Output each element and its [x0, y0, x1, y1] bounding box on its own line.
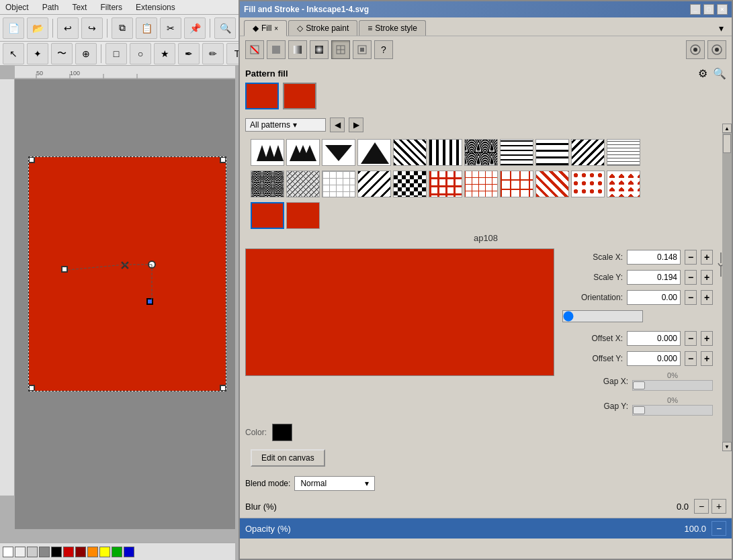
tab-stroke-style[interactable]: ≡ Stroke style: [359, 20, 426, 36]
blur-minus-btn[interactable]: −: [694, 499, 709, 514]
pattern-cell-art3[interactable]: [607, 171, 640, 197]
tab-fill[interactable]: ◆ Fill ×: [244, 20, 287, 36]
menu-item-object[interactable]: Object: [3, 3, 32, 12]
handle-blue-sq[interactable]: [146, 298, 153, 305]
fill-pattern-btn[interactable]: [331, 40, 350, 59]
pattern-cell-grid1[interactable]: [322, 171, 355, 197]
maximize-btn[interactable]: □: [703, 4, 714, 15]
paste2-btn[interactable]: 📌: [184, 17, 206, 39]
cross-handle[interactable]: ✕: [118, 259, 131, 273]
color-white[interactable]: [3, 547, 13, 557]
pattern-cell-widehoriz[interactable]: [535, 139, 569, 166]
handle-br[interactable]: [220, 385, 226, 391]
cut-btn[interactable]: ✂: [160, 17, 181, 39]
pattern-cell-triangle3[interactable]: [322, 139, 355, 166]
pattern-cell-box2[interactable]: [500, 171, 533, 197]
gap-y-slider-track[interactable]: [632, 405, 713, 416]
gear-icon[interactable]: ⚙: [698, 67, 707, 80]
pattern-thumb-2[interactable]: [283, 83, 316, 109]
scale-x-input[interactable]: [627, 250, 681, 265]
pencil-tool[interactable]: ✏: [202, 43, 224, 64]
fill-linear-btn[interactable]: [288, 40, 307, 59]
paste-btn[interactable]: 📋: [136, 17, 157, 39]
pattern-scrollbar[interactable]: ▲ ▼: [722, 124, 732, 451]
handle-tr[interactable]: [220, 156, 226, 163]
redo-btn[interactable]: ↪: [81, 17, 103, 39]
node-tool[interactable]: ✦: [27, 43, 48, 64]
fill-flat-btn[interactable]: [267, 40, 286, 59]
zoom-tool[interactable]: ⊕: [75, 43, 97, 64]
pattern-cell-japanese1[interactable]: [251, 202, 284, 229]
blur-plus-btn[interactable]: +: [712, 499, 726, 514]
handle-circle[interactable]: [148, 261, 156, 269]
minimize-btn[interactable]: _: [690, 4, 701, 15]
search-icon[interactable]: 🔍: [713, 67, 726, 80]
color-blue[interactable]: [124, 547, 134, 557]
color-picker-swatch[interactable]: [272, 424, 292, 441]
pattern-cell-wave3[interactable]: [286, 171, 320, 197]
gap-y-slider-thumb[interactable]: [633, 406, 645, 414]
color-gray[interactable]: [27, 547, 38, 557]
edit-on-canvas-btn[interactable]: Edit on canvas: [251, 449, 325, 467]
offset-y-minus-btn[interactable]: −: [685, 351, 697, 366]
pattern-cell-horiz1[interactable]: [500, 139, 533, 166]
color-darkgray[interactable]: [39, 547, 50, 557]
copy-btn[interactable]: ⧉: [112, 17, 133, 39]
pattern-cell-art1[interactable]: [535, 171, 569, 197]
color-red[interactable]: [63, 547, 74, 557]
fill-radial-btn[interactable]: [310, 40, 329, 59]
tab-stroke-paint[interactable]: ◇ Stroke paint: [288, 20, 357, 36]
scroll-thumb[interactable]: [723, 134, 731, 153]
orientation-plus-btn[interactable]: +: [701, 290, 713, 305]
handle-tl[interactable]: [28, 156, 35, 163]
offset-x-plus-btn[interactable]: +: [701, 331, 713, 346]
pattern-prev-btn[interactable]: ◀: [330, 118, 345, 132]
open-btn[interactable]: 📂: [27, 17, 48, 39]
zoom-in-btn[interactable]: 🔍: [214, 17, 236, 39]
pattern-cell-japanese2[interactable]: [286, 202, 320, 229]
scroll-down-btn[interactable]: ▼: [722, 442, 732, 451]
orientation-input[interactable]: [627, 290, 681, 305]
scroll-up-btn[interactable]: ▲: [722, 124, 732, 133]
pattern-cell-checker[interactable]: [393, 171, 427, 197]
gap-x-slider-thumb[interactable]: [633, 381, 645, 389]
color-yellow[interactable]: [99, 547, 110, 557]
circle-tool[interactable]: ○: [130, 43, 151, 64]
menu-item-filters[interactable]: Filters: [97, 3, 125, 12]
new-btn[interactable]: 📄: [3, 17, 24, 39]
offset-y-plus-btn[interactable]: +: [701, 351, 713, 366]
unset-btn-2[interactable]: [707, 40, 726, 59]
dialog-menu-btn[interactable]: ▾: [714, 21, 728, 35]
color-lightgray[interactable]: [15, 547, 26, 557]
undo-btn[interactable]: ↩: [57, 17, 79, 39]
pattern-cell-diag2[interactable]: [571, 139, 605, 166]
fill-swatch-btn[interactable]: [353, 40, 372, 59]
tweak-tool[interactable]: 〜: [51, 43, 73, 64]
scale-y-input[interactable]: [627, 270, 681, 285]
menu-item-path[interactable]: Path: [40, 3, 62, 12]
blend-mode-select[interactable]: Normal ▾: [294, 476, 375, 491]
fill-none-btn[interactable]: [245, 40, 264, 59]
pen-tool[interactable]: ✒: [178, 43, 200, 64]
scale-y-plus-btn[interactable]: +: [701, 270, 713, 285]
pattern-cell-stripe1[interactable]: [429, 139, 462, 166]
offset-x-input[interactable]: [627, 331, 681, 346]
star-tool[interactable]: ★: [154, 43, 175, 64]
fill-tab-close[interactable]: ×: [274, 25, 278, 32]
scroll-track[interactable]: [722, 133, 732, 442]
pattern-cell-box1[interactable]: [464, 171, 498, 197]
orientation-slider[interactable]: [562, 310, 643, 322]
handle-bl[interactable]: [28, 385, 35, 391]
pattern-cell-zigzag[interactable]: [357, 171, 391, 197]
pattern-cell-triangle2[interactable]: [286, 139, 320, 166]
close-btn[interactable]: ×: [717, 4, 728, 15]
orientation-minus-btn[interactable]: −: [685, 290, 697, 305]
color-darkred[interactable]: [75, 547, 86, 557]
offset-y-input[interactable]: [627, 351, 681, 366]
color-green[interactable]: [112, 547, 122, 557]
offset-x-minus-btn[interactable]: −: [685, 331, 697, 346]
pattern-cell-triangle1[interactable]: [251, 139, 284, 166]
pattern-cell-art2[interactable]: [571, 171, 605, 197]
pattern-cell-vert1[interactable]: [607, 139, 640, 166]
menu-item-extensions[interactable]: Extensions: [133, 3, 178, 12]
